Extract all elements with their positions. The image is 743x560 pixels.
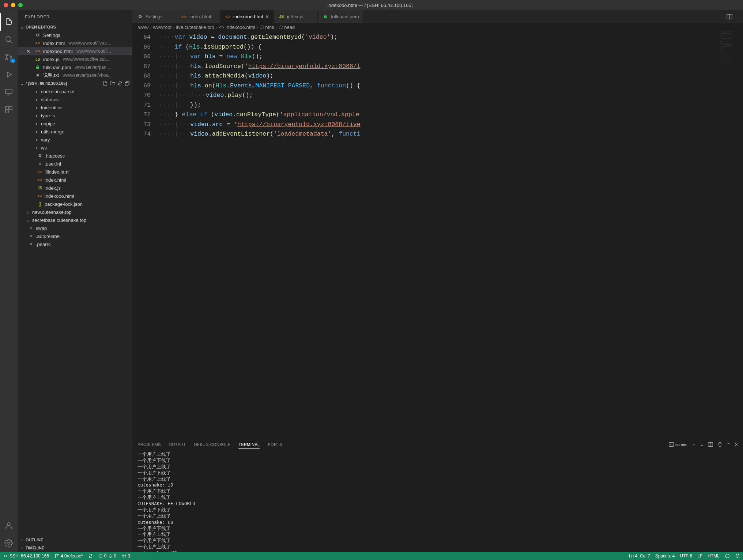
tree-file[interactable]: {}package-lock.json bbox=[18, 200, 132, 208]
code-content[interactable]: ····var video = document.getElementById(… bbox=[159, 31, 720, 439]
open-editor-item[interactable]: ✕🔒︎fullchain.pemwww/server/pan... bbox=[18, 63, 132, 71]
open-editors-header[interactable]: ⌄ OPEN EDITORS bbox=[18, 23, 132, 31]
terminal-dropdown-icon[interactable]: ⌄ bbox=[700, 442, 704, 447]
chevron-right-icon: › bbox=[19, 546, 25, 550]
open-editor-item[interactable]: ✕<>indexooo.htmlwww/wwwroot/li... bbox=[18, 47, 132, 55]
timeline-header[interactable]: › TIMELINE bbox=[18, 544, 132, 552]
breadcrumb-item[interactable]: www bbox=[138, 24, 148, 30]
status-notifications[interactable] bbox=[735, 553, 740, 559]
line-numbers: 6465666768697071727374 bbox=[132, 31, 159, 439]
terminal-output[interactable]: 一个用户上线了 一个用户下线了 一个用户上线了 一个用户下线了 一个用户上线了 … bbox=[132, 450, 743, 552]
window-maximize-button[interactable] bbox=[18, 3, 23, 7]
tree-folder[interactable]: ›new.cutesnake.top bbox=[18, 208, 132, 216]
terminal-selector[interactable]: screen bbox=[669, 442, 687, 447]
breadcrumb-item[interactable]: ⬡ head bbox=[279, 24, 295, 30]
activity-accounts[interactable] bbox=[0, 517, 18, 534]
minimap[interactable]: var video = document.getElementById('vid… bbox=[720, 31, 743, 439]
tree-folder[interactable]: ›socket.io-parser bbox=[18, 87, 132, 95]
activity-debug[interactable] bbox=[0, 66, 18, 83]
status-remote[interactable]: SSH: 66.42.100.165 bbox=[3, 553, 49, 559]
breadcrumb-item[interactable]: live.cutesnake.top bbox=[176, 24, 214, 30]
close-icon[interactable]: ✕ bbox=[265, 14, 269, 19]
svg-rect-6 bbox=[9, 106, 12, 109]
open-editor-item[interactable]: ✕⚙︎Settings bbox=[18, 31, 132, 39]
tree-file[interactable]: <>iiiindex.html bbox=[18, 168, 132, 176]
tree-file[interactable]: ≡.user.ini bbox=[18, 160, 132, 168]
new-terminal-icon[interactable]: ＋ bbox=[692, 442, 696, 447]
panel-tab-debug-console[interactable]: DEBUG CONSOLE bbox=[194, 441, 231, 448]
tree-folder[interactable]: ›utils-merge bbox=[18, 128, 132, 136]
tree-folder[interactable]: ›toidentifier bbox=[18, 103, 132, 111]
tree-file[interactable]: <>index.html bbox=[18, 176, 132, 184]
tree-file[interactable]: JSindex.js bbox=[18, 184, 132, 192]
window-title: indexooo.html — / [SSH: 66.42.100.165] bbox=[23, 3, 717, 8]
split-editor-icon[interactable] bbox=[727, 14, 732, 20]
status-language[interactable]: HTML bbox=[708, 553, 720, 559]
open-editor-item[interactable]: ✕<>index.htmlwww/wwwroot/live.c... bbox=[18, 39, 132, 47]
editor-tab[interactable]: <>index.html bbox=[176, 10, 220, 23]
kill-terminal-icon[interactable] bbox=[717, 442, 723, 447]
chevron-right-icon: › bbox=[19, 538, 25, 542]
activity-extensions[interactable] bbox=[0, 101, 18, 118]
tree-folder[interactable]: ›vary bbox=[18, 136, 132, 144]
split-terminal-icon[interactable] bbox=[708, 442, 713, 447]
status-eol[interactable]: LF bbox=[697, 553, 702, 559]
panel-tabs: PROBLEMSOUTPUTDEBUG CONSOLETERMINALPORTS… bbox=[132, 439, 743, 450]
activity-search[interactable] bbox=[0, 31, 18, 48]
sidebar-more-icon[interactable]: ··· bbox=[121, 15, 125, 19]
new-folder-icon[interactable] bbox=[110, 80, 116, 86]
tree-file[interactable]: ≡.autorelabel bbox=[18, 232, 132, 240]
breadcrumbs[interactable]: www›wwwroot›live.cutesnake.top›<> indexo… bbox=[132, 23, 743, 31]
status-branch[interactable]: 4.0release* bbox=[54, 553, 83, 559]
editor-tab[interactable]: 🔒︎fullchain.pem bbox=[318, 10, 364, 23]
window-close-button[interactable] bbox=[4, 3, 8, 7]
tree-folder[interactable]: ›type-is bbox=[18, 111, 132, 120]
more-actions-icon[interactable]: ··· bbox=[736, 14, 740, 19]
editor-tab[interactable]: ⚙︎Settings bbox=[132, 10, 176, 23]
svg-point-2 bbox=[6, 58, 8, 60]
status-cursor[interactable]: Ln 4, Col 7 bbox=[629, 553, 650, 559]
panel-maximize-icon[interactable]: ⌃ bbox=[727, 442, 730, 447]
breadcrumb-item[interactable]: ⬡ html bbox=[260, 24, 274, 30]
open-editor-item[interactable]: ✕JSindex.jswww/wwwroot/live.cut... bbox=[18, 55, 132, 63]
open-editor-item[interactable]: ✕≡说明.txtwww/server/panel/vhos... bbox=[18, 71, 132, 79]
editor-tab[interactable]: JSindex.js bbox=[274, 10, 318, 23]
tree-file[interactable]: <>indexooo.html bbox=[18, 192, 132, 200]
tree-file[interactable]: ≡swap bbox=[18, 224, 132, 232]
activity-remote[interactable] bbox=[0, 83, 18, 101]
breadcrumb-item[interactable]: <> indexooo.html bbox=[219, 24, 255, 30]
panel-tab-problems[interactable]: PROBLEMS bbox=[137, 441, 161, 448]
activity-explorer[interactable] bbox=[0, 13, 18, 31]
panel-tab-terminal[interactable]: TERMINAL bbox=[238, 441, 260, 449]
outline-header[interactable]: › OUTLINE bbox=[18, 536, 132, 544]
panel-tab-ports[interactable]: PORTS bbox=[268, 441, 282, 448]
window-minimize-button[interactable] bbox=[11, 3, 15, 7]
panel-close-icon[interactable]: ✕ bbox=[735, 442, 738, 447]
editor-tab[interactable]: <>indexooo.html✕ bbox=[220, 10, 274, 23]
close-icon[interactable]: ✕ bbox=[26, 49, 32, 54]
tree-file[interactable]: ⚙︎.htaccess bbox=[18, 152, 132, 160]
folder-header[interactable]: ⌄ / [SSH: 66.42.100.165] bbox=[18, 79, 132, 87]
tree-folder[interactable]: ›ws bbox=[18, 144, 132, 152]
status-encoding[interactable]: UTF-8 bbox=[680, 553, 692, 559]
breadcrumb-item[interactable]: wwwroot bbox=[153, 24, 172, 30]
tree-folder[interactable]: ›secretbase.cutesnake.top bbox=[18, 216, 132, 224]
tree-folder[interactable]: ›unpipe bbox=[18, 120, 132, 128]
activity-settings[interactable] bbox=[0, 534, 18, 552]
new-file-icon[interactable] bbox=[102, 80, 108, 86]
editor[interactable]: 6465666768697071727374 ····var video = d… bbox=[132, 31, 743, 439]
status-problems[interactable]: 0 0 bbox=[98, 553, 116, 559]
tree-folder[interactable]: ›statuses bbox=[18, 95, 132, 103]
status-ports[interactable]: 0 bbox=[121, 553, 130, 559]
status-feedback[interactable] bbox=[725, 553, 730, 559]
chevron-right-icon: › bbox=[34, 137, 39, 143]
collapse-all-icon[interactable] bbox=[124, 80, 130, 86]
tree-file[interactable]: ≡.pearrc bbox=[18, 240, 132, 248]
bell-icon bbox=[735, 553, 740, 559]
activity-scm[interactable]: 4 bbox=[0, 48, 18, 66]
refresh-icon[interactable] bbox=[117, 80, 123, 86]
debug-icon bbox=[4, 70, 13, 79]
panel-tab-output[interactable]: OUTPUT bbox=[169, 441, 186, 448]
status-sync[interactable] bbox=[88, 553, 93, 559]
status-indent[interactable]: Spaces: 4 bbox=[655, 553, 675, 559]
